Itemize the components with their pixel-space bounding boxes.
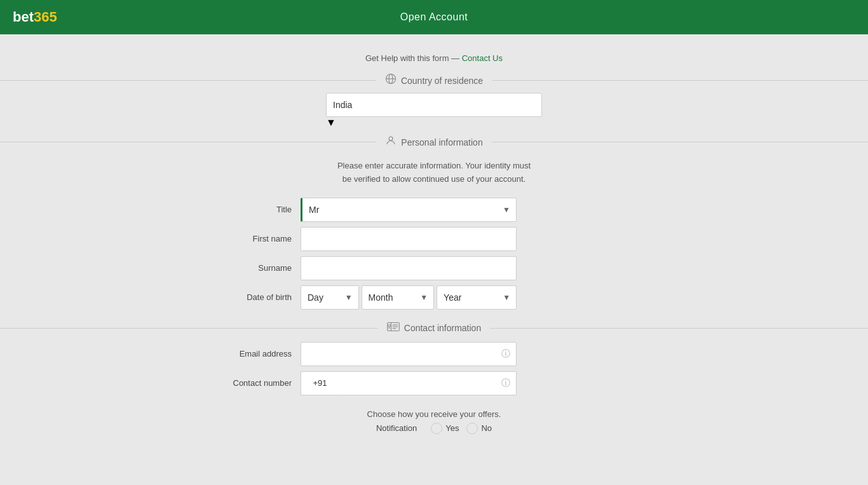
personal-info-description: Please enter accurate information. Your … xyxy=(337,160,531,186)
contact-us-link[interactable]: Contact Us xyxy=(462,53,503,63)
dob-row: Date of birth Day 123 45 ▼ Month xyxy=(173,285,695,310)
no-radio-label[interactable]: No xyxy=(466,423,492,434)
no-label: No xyxy=(481,423,492,433)
logo-bet-text: bet xyxy=(13,9,34,25)
first-name-row: First name xyxy=(173,227,695,251)
title-label: Title xyxy=(173,205,301,214)
notification-label: Notification xyxy=(376,423,417,433)
logo-365-text: 365 xyxy=(34,9,57,25)
surname-row: Surname xyxy=(173,256,695,280)
email-input-wrapper: ⓘ xyxy=(301,342,517,366)
globe-icon xyxy=(385,73,397,88)
main-content: Get Help with this form — Contact Us Cou… xyxy=(0,34,868,465)
help-line: Get Help with this form — Contact Us xyxy=(365,53,503,63)
country-code-box: +91 xyxy=(301,371,339,395)
country-select[interactable]: India United Kingdom Australia Canada xyxy=(326,93,542,117)
info-icon[interactable]: ⓘ xyxy=(501,378,510,389)
country-section-header: Country of residence xyxy=(376,73,492,88)
phone-input-wrapper: ⓘ xyxy=(339,371,517,395)
email-input[interactable] xyxy=(301,342,517,366)
first-name-input[interactable] xyxy=(301,227,517,251)
svg-point-6 xyxy=(388,324,391,327)
personal-form: Title Mr Mrs Miss Ms Dr ▼ First name xyxy=(161,198,707,315)
logo: bet365 xyxy=(13,9,57,25)
chevron-down-icon: ▼ xyxy=(326,117,336,128)
phone-input[interactable] xyxy=(339,371,517,395)
contact-number-label: Contact number xyxy=(173,378,301,388)
yes-label: Yes xyxy=(445,423,459,433)
surname-label: Surname xyxy=(173,263,301,273)
email-label: Email address xyxy=(173,349,301,359)
contact-number-field: +91 ⓘ xyxy=(301,371,517,395)
dob-field: Day 123 45 ▼ Month JanuaryFebruaryMarch … xyxy=(301,285,517,310)
year-select-wrapper: Year 2024200019901980 ▼ xyxy=(437,285,517,310)
country-select-wrapper: India United Kingdom Australia Canada ▼ xyxy=(326,93,542,128)
year-select[interactable]: Year 2024200019901980 xyxy=(437,285,517,310)
header: bet365 Open Account xyxy=(0,0,868,34)
svg-point-3 xyxy=(389,137,393,140)
contact-section-header: Contact information xyxy=(378,321,490,336)
personal-section-header: Personal information xyxy=(376,135,491,149)
first-name-field xyxy=(301,227,517,251)
email-row: Email address ⓘ xyxy=(173,342,695,366)
month-select[interactable]: Month JanuaryFebruaryMarch AprilMayJune … xyxy=(362,285,434,310)
personal-section-label: Personal information xyxy=(401,137,482,147)
description-line2: be verified to allow continued use of yo… xyxy=(342,174,526,184)
help-text: Get Help with this form — xyxy=(365,53,459,63)
title-field: Mr Mrs Miss Ms Dr ▼ xyxy=(301,198,517,222)
surname-input[interactable] xyxy=(301,256,517,280)
offers-text: Choose how you receive your offers. xyxy=(367,409,501,419)
person-icon xyxy=(385,135,397,149)
title-select[interactable]: Mr Mrs Miss Ms Dr xyxy=(301,198,517,222)
title-row: Title Mr Mrs Miss Ms Dr ▼ xyxy=(173,198,695,222)
yes-radio-label[interactable]: Yes xyxy=(431,423,459,434)
first-name-label: First name xyxy=(173,234,301,243)
surname-field xyxy=(301,256,517,280)
title-select-wrapper: Mr Mrs Miss Ms Dr ▼ xyxy=(301,198,517,222)
month-select-wrapper: Month JanuaryFebruaryMarch AprilMayJune … xyxy=(362,285,434,310)
email-field: ⓘ xyxy=(301,342,517,366)
address-card-icon xyxy=(387,321,400,336)
day-select[interactable]: Day 123 45 xyxy=(301,285,359,310)
description-line1: Please enter accurate information. Your … xyxy=(337,161,531,170)
country-section-label: Country of residence xyxy=(401,76,483,86)
page-title: Open Account xyxy=(400,11,468,23)
contact-section-label: Contact information xyxy=(404,323,481,333)
dob-selects: Day 123 45 ▼ Month JanuaryFebruaryMarch … xyxy=(301,285,517,310)
day-select-wrapper: Day 123 45 ▼ xyxy=(301,285,359,310)
contact-number-row: Contact number +91 ⓘ xyxy=(173,371,695,395)
no-radio[interactable] xyxy=(466,423,478,434)
contact-number-wrapper: +91 ⓘ xyxy=(301,371,517,395)
notification-row: Notification Yes No xyxy=(173,423,695,434)
dob-label: Date of birth xyxy=(173,292,301,302)
info-icon[interactable]: ⓘ xyxy=(501,348,510,360)
contact-form: Email address ⓘ Contact number +91 ⓘ xyxy=(161,342,707,439)
yes-radio[interactable] xyxy=(431,423,442,434)
